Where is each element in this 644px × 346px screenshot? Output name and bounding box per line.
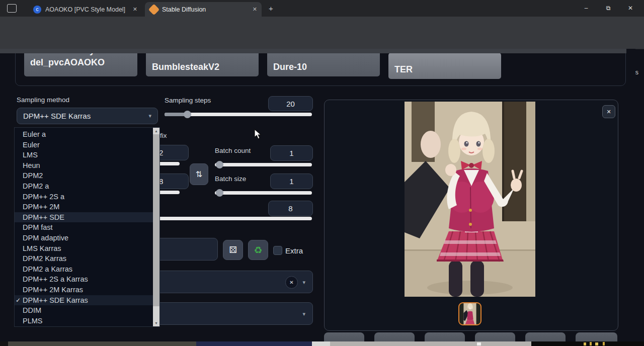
send-to-img2img-button[interactable] xyxy=(425,332,465,341)
scroll-up-icon[interactable]: ▲ xyxy=(153,128,159,134)
model-card-ter[interactable]: TER xyxy=(388,53,501,79)
slider-knob[interactable] xyxy=(216,161,223,168)
extra-label: Extra xyxy=(285,246,303,255)
batch-count-slider[interactable] xyxy=(215,163,312,166)
sampler-option[interactable]: DPM++ 2S a Karras xyxy=(15,274,159,285)
cfg-scale-slider[interactable] xyxy=(151,217,312,220)
sampler-option[interactable]: DPM++ 2M xyxy=(15,202,159,212)
sampler-dropdown-list: Euler a Euler LMS Heun DPM2 DPM2 a DPM++… xyxy=(14,127,160,327)
chevron-down-icon: ▾ xyxy=(302,310,305,317)
sampling-steps-label: Sampling steps xyxy=(165,97,211,104)
sampling-method-label: Sampling method xyxy=(17,96,69,104)
scrollbar-thumb[interactable] xyxy=(153,134,159,306)
sampler-option[interactable]: LMS xyxy=(15,150,159,160)
dropdown-scrollbar[interactable]: ▲ ▼ xyxy=(153,128,159,326)
selected-sampler: DPM++ SDE Karras xyxy=(23,112,91,120)
batch-count-label: Batch count xyxy=(215,147,251,154)
taskbar-window-mark xyxy=(477,342,481,345)
sampler-option-selected[interactable]: ✓ DPM++ SDE Karras xyxy=(15,295,159,306)
taskbar-mark xyxy=(595,342,598,345)
sampler-option[interactable]: DPM adaptive xyxy=(15,233,159,243)
sampling-steps-slider[interactable] xyxy=(165,113,312,116)
bookmarks-bar: ☁ SoundCloud – Hear... ♫ Spotify – Web P… xyxy=(0,33,644,49)
civitai-favicon: c xyxy=(33,6,41,14)
sampler-option[interactable]: DPM2 a xyxy=(15,181,159,192)
cfg-scale-input[interactable]: 8 xyxy=(268,201,313,216)
restore-button[interactable]: ⧉ xyxy=(600,0,617,16)
sampler-option[interactable]: DDIM xyxy=(15,305,159,316)
tab-stable-diffusion[interactable]: Stable Diffusion ✕ xyxy=(145,2,262,17)
taskbar-sliver xyxy=(8,341,196,346)
save-button[interactable] xyxy=(324,332,364,341)
tab-civitai[interactable]: c AOAOKO [PVC Style Model] - PV ✕ xyxy=(28,2,142,17)
tab-actions-icon[interactable] xyxy=(7,4,17,13)
sampler-option-hovered[interactable]: DPM++ SDE xyxy=(15,212,159,223)
zip-button[interactable] xyxy=(374,332,415,341)
batch-count-input[interactable]: 1 xyxy=(270,145,313,161)
slider-knob[interactable] xyxy=(216,189,223,197)
scroll-down-icon[interactable]: ▼ xyxy=(153,320,159,326)
tab-title: Stable Diffusion xyxy=(162,6,243,13)
browser-toolbar: ← ↻ ⓘ 127.0.0.1:7860 A⁾ ☆ O ▶ ♼ IA AD S … xyxy=(0,17,644,33)
minimize-button[interactable]: – xyxy=(578,0,595,16)
taskbar-mark xyxy=(584,342,586,345)
sampler-option[interactable]: Heun xyxy=(15,160,159,171)
mouse-cursor xyxy=(254,129,262,142)
send-to-extras-button[interactable] xyxy=(525,332,566,341)
styles-dropdown[interactable]: ✕ ▾ xyxy=(151,271,313,293)
taskbar-sliver xyxy=(196,341,312,346)
close-window-button[interactable]: ✕ xyxy=(622,0,639,16)
taskbar-mark xyxy=(590,342,592,345)
browser-window: c AOAOKO [PVC Style Model] - PV ✕ Stable… xyxy=(0,0,644,346)
tab-close-icon[interactable]: ✕ xyxy=(133,6,137,13)
chevron-down-icon: ▾ xyxy=(148,113,151,119)
script-dropdown[interactable]: ▾ xyxy=(151,302,313,325)
taskbar-mark xyxy=(603,342,605,345)
taskbar-sliver xyxy=(330,341,531,346)
random-seed-dice-button[interactable]: ⚄ xyxy=(223,240,243,260)
gradio-favicon xyxy=(148,4,160,15)
tab-title: AOAOKO [PVC Style Model] - PV xyxy=(45,6,126,13)
new-tab-button[interactable]: + xyxy=(269,4,273,13)
sampler-option[interactable]: DPM2 Karras xyxy=(15,253,159,264)
clear-icon[interactable]: ✕ xyxy=(285,276,298,289)
sampler-option[interactable]: PLMS xyxy=(15,316,159,326)
clipped-prompt-row xyxy=(0,49,626,53)
browser-titlebar: c AOAOKO [PVC Style Model] - PV ✕ Stable… xyxy=(0,0,644,17)
sampler-option[interactable]: Euler a xyxy=(15,129,159,140)
chevron-down-icon: ▾ xyxy=(302,279,305,285)
seed-input[interactable] xyxy=(151,238,218,261)
sampler-option[interactable]: Euler xyxy=(15,140,159,150)
swap-dimensions-button[interactable]: ⇅ xyxy=(190,163,208,185)
batch-size-label: Batch size xyxy=(215,175,246,183)
sampling-method-select[interactable]: DPM++ SDE Karras ▾ xyxy=(17,108,158,124)
sampler-option[interactable]: DPM2 a Karras xyxy=(15,264,159,275)
reuse-seed-recycle-button[interactable]: ♻ xyxy=(248,240,268,260)
tab-close-icon[interactable]: ✕ xyxy=(253,6,257,13)
stable-diffusion-page: aoaokoPVCStyleMo del_pvcAOAOKO Bumbleste… xyxy=(0,49,635,341)
sampler-option[interactable]: DPM++ 2S a xyxy=(15,192,159,202)
sampler-option[interactable]: LMS Karras xyxy=(15,243,159,254)
batch-size-input[interactable]: 1 xyxy=(270,174,313,189)
hires-fix-label-partial: fix xyxy=(160,132,167,139)
taskbar-sliver xyxy=(0,341,8,346)
image-thumbnail[interactable] xyxy=(458,302,481,325)
generated-image[interactable] xyxy=(405,102,535,297)
sampler-option[interactable]: DPM2 xyxy=(15,170,159,181)
close-image-button[interactable]: ✕ xyxy=(602,105,615,118)
open-folder-button[interactable] xyxy=(576,332,617,341)
send-to-inpaint-button[interactable] xyxy=(475,332,515,341)
extra-checkbox[interactable] xyxy=(273,246,282,255)
sampling-steps-input[interactable]: 20 xyxy=(268,96,313,111)
check-icon: ✓ xyxy=(16,295,21,306)
sampler-option[interactable]: DPM fast xyxy=(15,222,159,233)
taskbar-sliver xyxy=(312,341,330,346)
batch-size-slider[interactable] xyxy=(215,191,312,195)
sampler-option[interactable]: DPM++ 2M Karras xyxy=(15,285,159,295)
slider-knob[interactable] xyxy=(184,111,191,118)
taskbar-sliver xyxy=(531,341,644,346)
